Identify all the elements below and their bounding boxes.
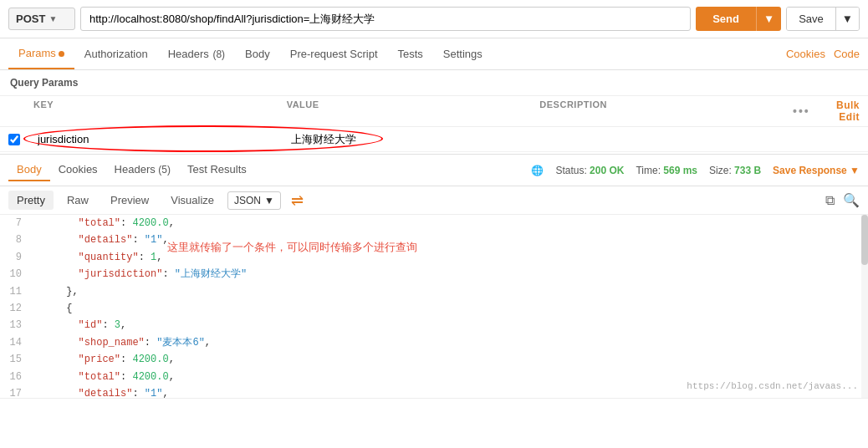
scrollbar[interactable] bbox=[861, 215, 868, 398]
view-visualize-button[interactable]: Visualize bbox=[162, 191, 222, 210]
size-value: 733 B bbox=[734, 165, 761, 176]
code-view-row: Pretty Raw Preview Visualize JSON ▼ ⇌ ⧉ … bbox=[0, 186, 868, 215]
tab-body[interactable]: Body bbox=[235, 39, 280, 69]
param-desc-0[interactable] bbox=[539, 130, 793, 148]
format-select[interactable]: JSON ▼ bbox=[227, 191, 281, 210]
send-btn-group: Send ▼ bbox=[696, 7, 781, 31]
bulk-edit-button[interactable]: Bulk Edit bbox=[817, 99, 860, 123]
code-line-7: 7 "total": 4200.0, bbox=[0, 215, 868, 232]
tab-authorization[interactable]: Authorization bbox=[74, 39, 158, 69]
code-line-10: 10 "jurisdiction": "上海财经大学" bbox=[0, 266, 868, 283]
save-response-button[interactable]: Save Response ▼ bbox=[773, 165, 860, 176]
view-raw-button[interactable]: Raw bbox=[59, 191, 97, 210]
format-chevron-icon: ▼ bbox=[264, 195, 274, 206]
param-value-0[interactable] bbox=[287, 130, 540, 148]
code-line-14: 14 "shop_name": "麦本本6", bbox=[0, 334, 868, 351]
code-area[interactable]: 这里就传输了一个条件，可以同时传输多个进行查询 7 "total": 4200.… bbox=[0, 215, 868, 399]
send-button[interactable]: Send bbox=[696, 7, 756, 31]
tab-tests[interactable]: Tests bbox=[388, 39, 433, 69]
more-icon[interactable]: ••• bbox=[793, 104, 810, 118]
wrap-icon[interactable]: ⇌ bbox=[291, 191, 304, 210]
param-checkbox-0[interactable] bbox=[8, 134, 20, 145]
params-dot bbox=[59, 51, 64, 57]
globe-icon: 🌐 bbox=[531, 165, 544, 176]
tab-settings[interactable]: Settings bbox=[433, 39, 493, 69]
watermark: https://blog.csdn.net/javaas... bbox=[687, 381, 858, 391]
code-line-11: 11 }, bbox=[0, 283, 868, 300]
code-line-9: 9 "quantity": 1, bbox=[0, 249, 868, 266]
code-line-8: 8 "details": "1", bbox=[0, 232, 868, 248]
method-chevron-icon: ▼ bbox=[49, 14, 57, 23]
request-tabs-row: Params Authorization Headers (8) Body Pr… bbox=[0, 38, 868, 70]
method-label: POST bbox=[16, 13, 45, 25]
search-icon[interactable]: 🔍 bbox=[843, 192, 860, 208]
tab-headers[interactable]: Headers (8) bbox=[158, 39, 235, 69]
time-value: 569 ms bbox=[663, 165, 697, 176]
method-select[interactable]: POST ▼ bbox=[8, 8, 75, 30]
code-link[interactable]: Code bbox=[834, 48, 860, 60]
tab-params[interactable]: Params bbox=[8, 38, 74, 69]
save-btn-group: Save ▼ bbox=[786, 7, 860, 31]
send-arrow-button[interactable]: ▼ bbox=[756, 7, 781, 31]
tab-prerequest[interactable]: Pre-request Script bbox=[280, 39, 388, 69]
url-input[interactable] bbox=[80, 7, 691, 31]
resp-tab-headers[interactable]: Headers (5) bbox=[106, 159, 179, 181]
tabs-right: Cookies Code bbox=[786, 48, 860, 60]
format-label: JSON bbox=[234, 195, 261, 206]
status-value: 200 OK bbox=[590, 165, 624, 176]
resp-tab-cookies[interactable]: Cookies bbox=[50, 159, 106, 181]
code-line-13: 13 "id": 3, bbox=[0, 317, 868, 333]
param-key-0[interactable] bbox=[33, 130, 287, 148]
params-header: KEY VALUE DESCRIPTION ••• Bulk Edit bbox=[0, 96, 868, 127]
code-line-15: 15 "price": 4200.0, bbox=[0, 351, 868, 368]
resp-tab-body[interactable]: Body bbox=[8, 159, 50, 181]
scrollbar-thumb[interactable] bbox=[861, 215, 868, 265]
response-status: 🌐 Status: 200 OK Time: 569 ms Size: 733 … bbox=[531, 165, 860, 176]
url-bar: POST ▼ Send ▼ Save ▼ bbox=[0, 0, 868, 38]
params-table: KEY VALUE DESCRIPTION ••• Bulk Edit bbox=[0, 95, 868, 152]
code-line-12: 12 { bbox=[0, 300, 868, 317]
view-pretty-button[interactable]: Pretty bbox=[8, 191, 54, 210]
param-row-0 bbox=[0, 127, 868, 152]
copy-icon[interactable]: ⧉ bbox=[825, 193, 835, 208]
view-preview-button[interactable]: Preview bbox=[102, 191, 157, 210]
resp-tab-testresults[interactable]: Test Results bbox=[179, 159, 255, 181]
save-button[interactable]: Save bbox=[787, 8, 835, 30]
code-actions: ⧉ 🔍 bbox=[825, 192, 860, 208]
response-tabs-row: Body Cookies Headers (5) Test Results 🌐 … bbox=[0, 154, 868, 186]
cookies-link[interactable]: Cookies bbox=[786, 48, 825, 60]
save-arrow-button[interactable]: ▼ bbox=[835, 8, 859, 30]
query-params-label: Query Params bbox=[0, 70, 868, 95]
